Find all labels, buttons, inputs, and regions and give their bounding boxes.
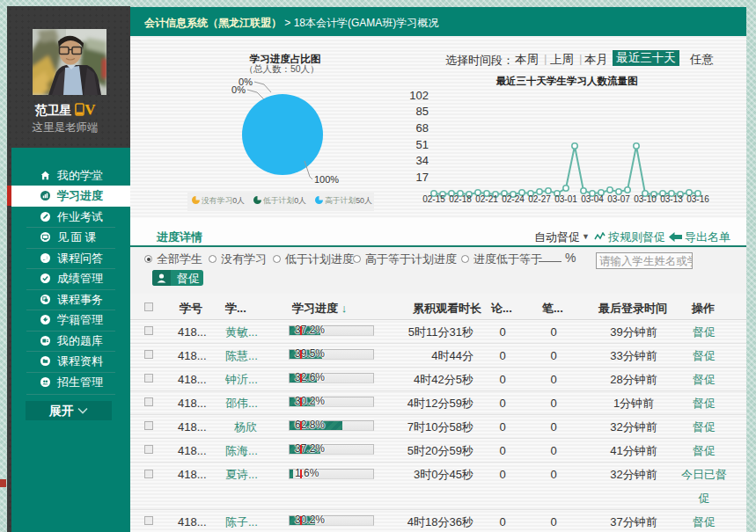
svg-text:100%: 100% [314,174,339,185]
svg-text:低于计划0人: 低于计划0人 [262,196,306,205]
svg-text:102: 102 [409,89,429,102]
svg-text:02-18: 02-18 [449,194,472,204]
svg-text:68: 68 [416,121,429,135]
svg-text:34: 34 [416,154,429,167]
svg-text:03-04: 03-04 [581,194,604,204]
svg-text:03-10: 03-10 [634,194,657,204]
svg-text:02-27: 02-27 [528,194,551,204]
svg-text:03-07: 03-07 [607,194,630,204]
svg-text:0%: 0% [231,84,246,95]
svg-text:03-13: 03-13 [660,194,683,204]
svg-text:02-15: 02-15 [422,194,445,204]
svg-text:最近三十天学生学习人数流量图: 最近三十天学生学习人数流量图 [496,75,638,87]
svg-text:02-21: 02-21 [475,194,498,204]
svg-text:高于计划50人: 高于计划50人 [325,196,372,205]
svg-text:85: 85 [416,105,429,118]
svg-text:17: 17 [416,171,429,184]
svg-text:02-24: 02-24 [502,194,525,204]
svg-text:03-16: 03-16 [686,194,709,204]
svg-text:51: 51 [416,138,429,151]
svg-text:没有学习0人: 没有学习0人 [202,196,245,205]
svg-text:（总人数：50人）: （总人数：50人） [244,63,319,74]
svg-text:03-01: 03-01 [554,194,577,204]
